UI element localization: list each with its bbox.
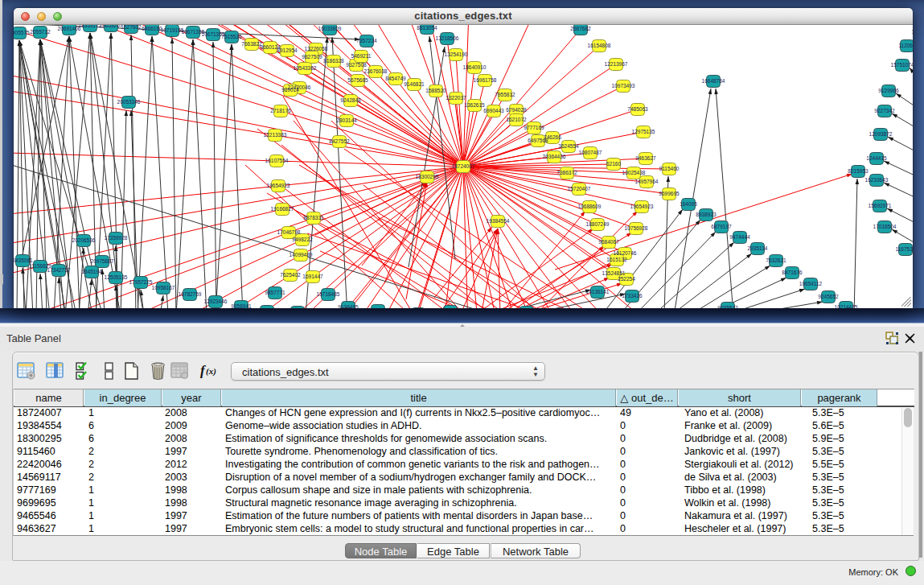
svg-text:15692971: 15692971 [869,203,892,208]
svg-text:20053346: 20053346 [117,99,141,105]
svg-text:13226058: 13226058 [305,46,328,51]
svg-text:164095: 164095 [680,201,697,207]
svg-text:1733426: 1733426 [622,293,643,299]
svg-text:10973493: 10973493 [612,83,635,89]
svg-text:6466160: 6466160 [142,26,162,31]
svg-text:16961758: 16961758 [474,77,497,83]
svg-text:3624554: 3624554 [558,143,579,149]
svg-text:18353172: 18353172 [79,25,102,28]
svg-text:9684067: 9684067 [598,239,619,245]
svg-text:8938923: 8938923 [696,212,717,217]
svg-text:20975887: 20975887 [91,258,114,264]
svg-text:10958167: 10958167 [152,285,175,290]
svg-text:8427552: 8427552 [329,138,350,144]
svg-text:5469211: 5469211 [351,53,372,59]
svg-text:6497568: 6497568 [528,138,548,143]
svg-text:19654923: 19654923 [267,183,290,188]
svg-text:7515526: 7515526 [221,34,242,39]
svg-text:19654923: 19654923 [630,204,654,209]
svg-text:10543362: 10543362 [294,65,317,71]
svg-text:16154808: 16154808 [588,43,611,48]
svg-text:9777169: 9777169 [524,125,544,130]
svg-text:18300295: 18300295 [416,174,439,179]
svg-text:23676038: 23676038 [364,68,388,74]
svg-text:9498222: 9498222 [292,237,313,242]
svg-text:10719155: 10719155 [161,27,184,33]
svg-text:7663822: 7663822 [241,41,262,47]
svg-text:1588520: 1588520 [425,88,446,93]
svg-text:17957225: 17957225 [129,279,153,285]
svg-text:10756928: 10756928 [625,225,648,231]
svg-text:15716485: 15716485 [317,291,340,297]
svg-text:9699695: 9699695 [659,191,680,196]
svg-text:8471676: 8471676 [782,270,803,275]
svg-text:19166827: 19166827 [271,206,294,212]
svg-text:10654112: 10654112 [799,281,823,286]
svg-text:6794028: 6794028 [506,107,527,113]
svg-text:7485063: 7485063 [627,106,648,112]
svg-text:9115460: 9115460 [659,166,680,171]
svg-text:112061: 112061 [911,29,913,35]
svg-text:2718176: 2718176 [270,108,291,113]
svg-text:9827509: 9827509 [302,54,322,60]
svg-text:16033809: 16033809 [318,26,342,31]
svg-text:1905575: 1905575 [14,30,30,35]
svg-text:13254190: 13254190 [445,51,468,57]
svg-text:10653267: 10653267 [100,25,123,28]
svg-text:9242848: 9242848 [340,97,361,103]
svg-text:13524851: 13524851 [602,270,626,276]
svg-text:15720407: 15720407 [568,186,591,192]
svg-text:15751074: 15751074 [891,62,913,68]
svg-text:9146821: 9146821 [404,81,425,87]
svg-text:10214475: 10214475 [835,304,858,308]
svg-text:16210643: 16210643 [865,177,889,183]
svg-text:9136485: 9136485 [338,304,359,308]
svg-text:9857771: 9857771 [265,290,285,295]
svg-text:1362615: 1362615 [464,102,485,108]
svg-text:989014: 989014 [281,87,299,93]
svg-text:9035512: 9035512 [717,305,738,308]
svg-text:1691447: 1691447 [302,274,323,279]
svg-text:1167533: 1167533 [896,246,913,252]
svg-text:1244415: 1244415 [866,155,887,161]
svg-text:8878331: 8878331 [303,215,324,220]
svg-text:12923446: 12923446 [204,299,228,304]
svg-text:8912954: 8912954 [277,47,298,53]
svg-text:10025438: 10025438 [622,170,646,175]
svg-text:16107554: 16107554 [265,158,289,163]
svg-text:14136141: 14136141 [586,289,610,295]
svg-text:1621072: 1621072 [506,117,527,122]
svg-text:8215953: 8215953 [848,168,869,174]
svg-text:8454749: 8454749 [385,76,406,81]
svg-text:8435061: 8435061 [14,257,33,263]
svg-text:7625402: 7625402 [280,272,301,278]
svg-text:9327508: 9327508 [346,62,367,68]
svg-text:18724007: 18724007 [452,163,475,169]
svg-text:9463627: 9463627 [635,155,656,161]
svg-text:1527602: 1527602 [121,25,142,30]
svg-text:17342737: 17342737 [47,267,71,273]
svg-text:2687682: 2687682 [570,26,591,31]
svg-text:2055712: 2055712 [30,29,51,35]
svg-text:16782759: 16782759 [179,291,202,297]
svg-text:1322037: 1322037 [446,95,466,101]
svg-text:112061: 112061 [898,43,913,48]
svg-text:252254: 252254 [618,276,635,282]
svg-text:8813054: 8813054 [417,25,437,31]
svg-text:12505135: 12505135 [105,274,128,280]
svg-text:(x): (x) [206,366,216,377]
svg-text:8186328: 8186328 [323,58,344,64]
svg-text:6879197: 6879197 [711,224,732,229]
svg-text:2803144: 2803144 [336,117,357,123]
svg-text:17359928: 17359928 [105,235,128,241]
svg-text:12975135: 12975135 [632,129,655,134]
svg-text:1615132: 1615132 [606,257,627,262]
svg-text:7357224: 7357224 [356,38,377,43]
svg-text:18807249: 18807249 [586,221,610,227]
svg-text:12093872: 12093872 [869,131,893,137]
svg-text:17046798: 17046798 [277,229,301,235]
svg-text:9129966: 9129966 [878,88,899,93]
svg-text:7955812: 7955812 [495,92,515,97]
svg-text:2935114: 2935114 [748,245,768,251]
svg-text:6990443: 6990443 [483,108,504,113]
